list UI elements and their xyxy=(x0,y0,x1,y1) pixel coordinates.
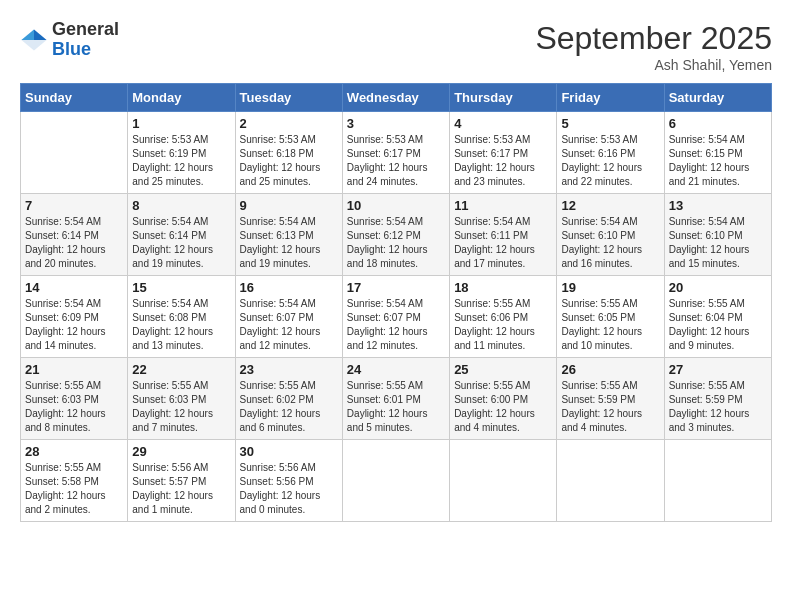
page-header: GeneralBlue September 2025 Ash Shahil, Y… xyxy=(20,20,772,73)
calendar-cell xyxy=(450,440,557,522)
calendar-cell: 9Sunrise: 5:54 AMSunset: 6:13 PMDaylight… xyxy=(235,194,342,276)
day-info: Sunrise: 5:53 AMSunset: 6:16 PMDaylight:… xyxy=(561,133,659,189)
calendar-cell: 28Sunrise: 5:55 AMSunset: 5:58 PMDayligh… xyxy=(21,440,128,522)
day-info: Sunrise: 5:54 AMSunset: 6:14 PMDaylight:… xyxy=(25,215,123,271)
day-info: Sunrise: 5:53 AMSunset: 6:17 PMDaylight:… xyxy=(454,133,552,189)
logo-text: GeneralBlue xyxy=(52,20,119,60)
day-number: 7 xyxy=(25,198,123,213)
day-info: Sunrise: 5:55 AMSunset: 6:06 PMDaylight:… xyxy=(454,297,552,353)
day-info: Sunrise: 5:56 AMSunset: 5:57 PMDaylight:… xyxy=(132,461,230,517)
calendar-week-row: 21Sunrise: 5:55 AMSunset: 6:03 PMDayligh… xyxy=(21,358,772,440)
day-info: Sunrise: 5:54 AMSunset: 6:14 PMDaylight:… xyxy=(132,215,230,271)
day-of-week-header: Saturday xyxy=(664,84,771,112)
calendar-cell: 26Sunrise: 5:55 AMSunset: 5:59 PMDayligh… xyxy=(557,358,664,440)
day-number: 3 xyxy=(347,116,445,131)
calendar-cell: 14Sunrise: 5:54 AMSunset: 6:09 PMDayligh… xyxy=(21,276,128,358)
month-year: September 2025 xyxy=(535,20,772,57)
title-block: September 2025 Ash Shahil, Yemen xyxy=(535,20,772,73)
day-number: 11 xyxy=(454,198,552,213)
day-number: 24 xyxy=(347,362,445,377)
day-of-week-header: Sunday xyxy=(21,84,128,112)
calendar-cell: 23Sunrise: 5:55 AMSunset: 6:02 PMDayligh… xyxy=(235,358,342,440)
calendar-cell: 1Sunrise: 5:53 AMSunset: 6:19 PMDaylight… xyxy=(128,112,235,194)
day-number: 22 xyxy=(132,362,230,377)
calendar-week-row: 1Sunrise: 5:53 AMSunset: 6:19 PMDaylight… xyxy=(21,112,772,194)
day-number: 9 xyxy=(240,198,338,213)
calendar-cell: 5Sunrise: 5:53 AMSunset: 6:16 PMDaylight… xyxy=(557,112,664,194)
day-info: Sunrise: 5:55 AMSunset: 6:04 PMDaylight:… xyxy=(669,297,767,353)
day-info: Sunrise: 5:54 AMSunset: 6:10 PMDaylight:… xyxy=(561,215,659,271)
calendar-table: SundayMondayTuesdayWednesdayThursdayFrid… xyxy=(20,83,772,522)
day-number: 23 xyxy=(240,362,338,377)
day-number: 12 xyxy=(561,198,659,213)
day-info: Sunrise: 5:54 AMSunset: 6:10 PMDaylight:… xyxy=(669,215,767,271)
calendar-cell: 18Sunrise: 5:55 AMSunset: 6:06 PMDayligh… xyxy=(450,276,557,358)
day-info: Sunrise: 5:54 AMSunset: 6:13 PMDaylight:… xyxy=(240,215,338,271)
calendar-cell: 7Sunrise: 5:54 AMSunset: 6:14 PMDaylight… xyxy=(21,194,128,276)
day-number: 15 xyxy=(132,280,230,295)
day-number: 21 xyxy=(25,362,123,377)
calendar-cell: 6Sunrise: 5:54 AMSunset: 6:15 PMDaylight… xyxy=(664,112,771,194)
day-number: 28 xyxy=(25,444,123,459)
calendar-cell: 30Sunrise: 5:56 AMSunset: 5:56 PMDayligh… xyxy=(235,440,342,522)
day-info: Sunrise: 5:54 AMSunset: 6:08 PMDaylight:… xyxy=(132,297,230,353)
calendar-cell: 11Sunrise: 5:54 AMSunset: 6:11 PMDayligh… xyxy=(450,194,557,276)
calendar-header-row: SundayMondayTuesdayWednesdayThursdayFrid… xyxy=(21,84,772,112)
day-number: 14 xyxy=(25,280,123,295)
day-number: 25 xyxy=(454,362,552,377)
day-of-week-header: Tuesday xyxy=(235,84,342,112)
calendar-cell: 13Sunrise: 5:54 AMSunset: 6:10 PMDayligh… xyxy=(664,194,771,276)
day-number: 16 xyxy=(240,280,338,295)
day-of-week-header: Friday xyxy=(557,84,664,112)
day-info: Sunrise: 5:55 AMSunset: 5:59 PMDaylight:… xyxy=(561,379,659,435)
day-info: Sunrise: 5:55 AMSunset: 6:03 PMDaylight:… xyxy=(25,379,123,435)
day-number: 18 xyxy=(454,280,552,295)
day-info: Sunrise: 5:55 AMSunset: 6:01 PMDaylight:… xyxy=(347,379,445,435)
calendar-week-row: 28Sunrise: 5:55 AMSunset: 5:58 PMDayligh… xyxy=(21,440,772,522)
svg-marker-1 xyxy=(34,29,47,40)
calendar-cell: 22Sunrise: 5:55 AMSunset: 6:03 PMDayligh… xyxy=(128,358,235,440)
day-info: Sunrise: 5:55 AMSunset: 6:02 PMDaylight:… xyxy=(240,379,338,435)
calendar-cell: 25Sunrise: 5:55 AMSunset: 6:00 PMDayligh… xyxy=(450,358,557,440)
day-info: Sunrise: 5:54 AMSunset: 6:09 PMDaylight:… xyxy=(25,297,123,353)
day-info: Sunrise: 5:53 AMSunset: 6:19 PMDaylight:… xyxy=(132,133,230,189)
day-info: Sunrise: 5:55 AMSunset: 6:03 PMDaylight:… xyxy=(132,379,230,435)
calendar-cell: 19Sunrise: 5:55 AMSunset: 6:05 PMDayligh… xyxy=(557,276,664,358)
day-number: 2 xyxy=(240,116,338,131)
calendar-cell: 17Sunrise: 5:54 AMSunset: 6:07 PMDayligh… xyxy=(342,276,449,358)
day-number: 10 xyxy=(347,198,445,213)
calendar-cell xyxy=(664,440,771,522)
day-info: Sunrise: 5:56 AMSunset: 5:56 PMDaylight:… xyxy=(240,461,338,517)
day-of-week-header: Wednesday xyxy=(342,84,449,112)
day-number: 13 xyxy=(669,198,767,213)
day-info: Sunrise: 5:54 AMSunset: 6:12 PMDaylight:… xyxy=(347,215,445,271)
day-info: Sunrise: 5:53 AMSunset: 6:18 PMDaylight:… xyxy=(240,133,338,189)
calendar-week-row: 14Sunrise: 5:54 AMSunset: 6:09 PMDayligh… xyxy=(21,276,772,358)
day-info: Sunrise: 5:55 AMSunset: 6:05 PMDaylight:… xyxy=(561,297,659,353)
day-info: Sunrise: 5:53 AMSunset: 6:17 PMDaylight:… xyxy=(347,133,445,189)
day-number: 1 xyxy=(132,116,230,131)
calendar-week-row: 7Sunrise: 5:54 AMSunset: 6:14 PMDaylight… xyxy=(21,194,772,276)
calendar-cell: 12Sunrise: 5:54 AMSunset: 6:10 PMDayligh… xyxy=(557,194,664,276)
calendar-cell: 16Sunrise: 5:54 AMSunset: 6:07 PMDayligh… xyxy=(235,276,342,358)
calendar-cell: 20Sunrise: 5:55 AMSunset: 6:04 PMDayligh… xyxy=(664,276,771,358)
day-number: 4 xyxy=(454,116,552,131)
svg-marker-2 xyxy=(21,29,34,40)
day-number: 8 xyxy=(132,198,230,213)
logo-icon xyxy=(20,26,48,54)
day-number: 6 xyxy=(669,116,767,131)
calendar-cell: 24Sunrise: 5:55 AMSunset: 6:01 PMDayligh… xyxy=(342,358,449,440)
day-info: Sunrise: 5:55 AMSunset: 5:58 PMDaylight:… xyxy=(25,461,123,517)
day-info: Sunrise: 5:55 AMSunset: 6:00 PMDaylight:… xyxy=(454,379,552,435)
location: Ash Shahil, Yemen xyxy=(535,57,772,73)
day-number: 29 xyxy=(132,444,230,459)
calendar-cell: 10Sunrise: 5:54 AMSunset: 6:12 PMDayligh… xyxy=(342,194,449,276)
calendar-cell xyxy=(21,112,128,194)
calendar-cell: 8Sunrise: 5:54 AMSunset: 6:14 PMDaylight… xyxy=(128,194,235,276)
day-of-week-header: Monday xyxy=(128,84,235,112)
day-info: Sunrise: 5:55 AMSunset: 5:59 PMDaylight:… xyxy=(669,379,767,435)
calendar-cell: 3Sunrise: 5:53 AMSunset: 6:17 PMDaylight… xyxy=(342,112,449,194)
calendar-cell: 27Sunrise: 5:55 AMSunset: 5:59 PMDayligh… xyxy=(664,358,771,440)
day-of-week-header: Thursday xyxy=(450,84,557,112)
logo: GeneralBlue xyxy=(20,20,119,60)
